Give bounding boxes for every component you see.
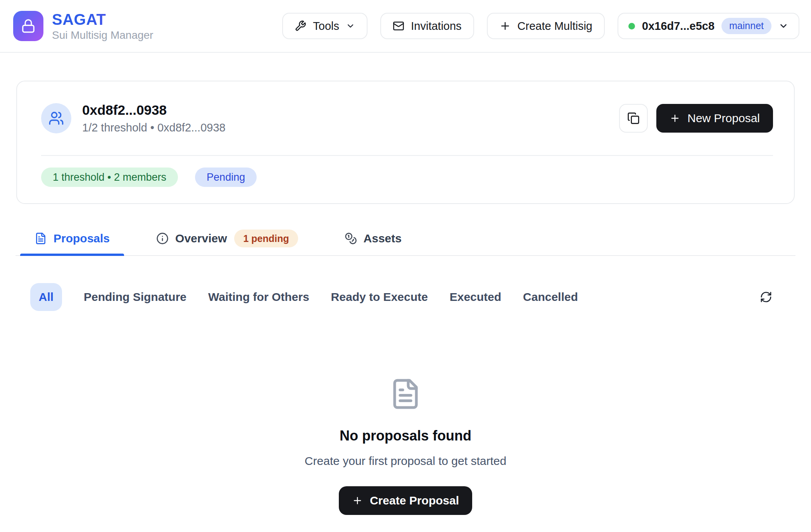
filter-all[interactable]: All xyxy=(30,283,62,311)
wallet-button[interactable]: 0x16d7...e5c8 mainnet xyxy=(618,13,799,39)
mail-icon xyxy=(393,20,404,32)
chevron-down-icon xyxy=(346,21,355,31)
refresh-button[interactable] xyxy=(760,291,772,303)
wallet-address: 0x16d7...e5c8 xyxy=(642,20,714,33)
create-proposal-button[interactable]: Create Proposal xyxy=(339,486,472,515)
multisig-subtitle: 1/2 threshold • 0xd8f2...0938 xyxy=(82,121,619,134)
connection-status-dot xyxy=(628,23,635,29)
multisig-badges: 1 threshold • 2 members Pending xyxy=(17,156,794,203)
tools-label: Tools xyxy=(313,20,339,33)
brand-text: SAGAT Sui Multisig Manager xyxy=(52,11,153,41)
multisig-address-title: 0xd8f2...0938 xyxy=(82,102,619,118)
plus-icon xyxy=(352,495,363,506)
empty-state-subtitle: Create your first proposal to get starte… xyxy=(305,454,506,468)
new-proposal-button[interactable]: New Proposal xyxy=(656,104,773,133)
plus-icon xyxy=(670,113,680,124)
filter-waiting-for-others[interactable]: Waiting for Others xyxy=(208,290,309,304)
app-title: SAGAT xyxy=(52,11,153,28)
tab-assets-label: Assets xyxy=(364,232,402,245)
new-proposal-label: New Proposal xyxy=(687,112,760,125)
tab-proposals-label: Proposals xyxy=(53,232,110,245)
refresh-icon xyxy=(760,291,772,303)
multisig-summary-card: 0xd8f2...0938 1/2 threshold • 0xd8f2...0… xyxy=(16,81,795,204)
pending-count-badge: 1 pending xyxy=(234,230,298,247)
filter-pending-signature[interactable]: Pending Signature xyxy=(84,290,186,304)
empty-state: No proposals found Create your first pro… xyxy=(0,378,811,515)
filter-executed[interactable]: Executed xyxy=(450,290,501,304)
empty-state-title: No proposals found xyxy=(340,427,471,444)
tab-assets[interactable]: Assets xyxy=(330,225,416,255)
brand: SAGAT Sui Multisig Manager xyxy=(13,11,153,41)
plus-icon xyxy=(499,20,511,32)
tools-button[interactable]: Tools xyxy=(282,13,368,39)
copy-address-button[interactable] xyxy=(619,104,648,133)
network-badge: mainnet xyxy=(721,18,771,34)
wrench-icon xyxy=(295,20,306,32)
tab-overview-label: Overview xyxy=(175,232,227,245)
app-tagline: Sui Multisig Manager xyxy=(52,29,153,41)
invitations-label: Invitations xyxy=(411,20,462,33)
filter-ready-to-execute[interactable]: Ready to Execute xyxy=(331,290,428,304)
file-text-icon xyxy=(35,232,47,245)
tab-bar: Proposals Overview 1 pending Assets xyxy=(16,225,795,256)
info-icon xyxy=(156,232,169,245)
coins-icon xyxy=(345,232,357,245)
create-multisig-label: Create Multisig xyxy=(518,20,592,33)
lock-icon xyxy=(21,19,36,33)
multisig-card-header: 0xd8f2...0938 1/2 threshold • 0xd8f2...0… xyxy=(17,81,794,134)
chevron-down-icon xyxy=(778,21,789,31)
users-icon xyxy=(48,111,64,126)
membership-badge: 1 threshold • 2 members xyxy=(41,168,178,187)
create-proposal-label: Create Proposal xyxy=(370,494,459,507)
proposal-filters: All Pending Signature Waiting for Others… xyxy=(16,283,795,311)
app-header: SAGAT Sui Multisig Manager Tools Invitat… xyxy=(0,0,811,53)
app-logo xyxy=(13,11,43,41)
tab-overview[interactable]: Overview 1 pending xyxy=(142,225,312,255)
status-badge: Pending xyxy=(195,168,257,187)
header-actions: Tools Invitations Create Multisig 0x16d7… xyxy=(282,13,799,39)
file-text-icon xyxy=(389,378,422,410)
invitations-button[interactable]: Invitations xyxy=(380,13,474,39)
multisig-titles: 0xd8f2...0938 1/2 threshold • 0xd8f2...0… xyxy=(82,102,619,134)
copy-icon xyxy=(627,112,640,124)
avatar xyxy=(41,103,71,133)
tab-proposals[interactable]: Proposals xyxy=(20,225,124,255)
filter-cancelled[interactable]: Cancelled xyxy=(523,290,578,304)
create-multisig-button[interactable]: Create Multisig xyxy=(487,13,605,39)
